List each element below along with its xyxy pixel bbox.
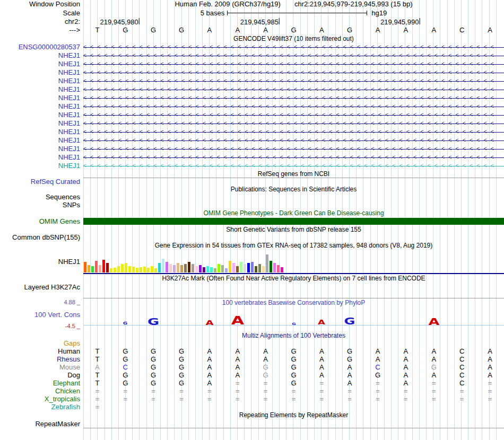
track-label-zebrafish[interactable]: Zebrafish — [0, 403, 83, 411]
gene-item[interactable]: <<<<<<<<<<<<<<<<<<<<<<<<<<<<<<<<<<<<<<<<… — [83, 162, 504, 170]
gene-label[interactable]: NHEJ1 — [0, 145, 83, 153]
gene-label[interactable]: NHEJ1 — [0, 128, 83, 136]
gtex-tissue-bar[interactable] — [255, 266, 257, 272]
gtex-tissue-bar[interactable] — [154, 268, 157, 272]
refseq-curated-track-area[interactable] — [83, 178, 504, 186]
gtex-tissue-bar[interactable] — [132, 267, 135, 272]
gene-item[interactable]: <<<<<<<<<<<<<<<<<<<<<<<<<<<<<<<<<<<<<<<<… — [83, 136, 504, 145]
track-label-refseq-curated[interactable]: RefSeq Curated — [0, 178, 83, 186]
gtex-tissue-bar[interactable] — [158, 263, 161, 272]
gtex-tissue-bar[interactable] — [240, 262, 242, 272]
gtex-tissue-bar[interactable] — [106, 263, 109, 272]
gene-item[interactable]: <<<<<<<<<<<<<<<<<<<<<<<<<<<<<<<<<<<<<<<<… — [83, 43, 504, 51]
gtex-tissue-bar[interactable] — [128, 266, 131, 272]
track-label-elephant[interactable]: Elephant — [0, 379, 83, 387]
gtex-tissue-bar[interactable] — [166, 262, 168, 272]
gtex-tissue-bar[interactable] — [110, 268, 112, 272]
gene-item[interactable]: <<<<<<<<<<<<<<<<<<<<<<<<<<<<<<<<<<<<<<<<… — [83, 77, 504, 85]
alignment-row[interactable]: = — [83, 403, 504, 411]
alignment-row[interactable]: TGGGAAAGAGAAACA — [83, 355, 504, 363]
dbsnp-track-area[interactable] — [83, 233, 504, 241]
gtex-tissue-bar[interactable] — [229, 261, 231, 272]
gene-label[interactable]: NHEJ1 — [0, 85, 83, 94]
gene-label[interactable]: NHEJ1 — [0, 136, 83, 145]
track-label-omim-genes[interactable]: OMIM Genes — [0, 217, 83, 226]
gtex-tissue-bar[interactable] — [232, 263, 235, 272]
gtex-tissue-bar[interactable] — [102, 260, 105, 272]
gene-item[interactable]: <<<<<<<<<<<<<<<<<<<<<<<<<<<<<<<<<<<<<<<<… — [83, 102, 504, 111]
omim-gene-bar[interactable] — [83, 218, 504, 225]
alignment-row[interactable]: =============== — [83, 387, 504, 395]
gtex-tissue-bar[interactable] — [177, 263, 179, 272]
gtex-tissue-bar[interactable] — [270, 261, 272, 272]
gtex-tissue-bar[interactable] — [277, 265, 280, 272]
gtex-tissue-bar[interactable] — [266, 254, 268, 272]
gene-item[interactable]: <<<<<<<<<<<<<<<<<<<<<<<<<<<<<<<<<<<<<<<<… — [83, 68, 504, 77]
track-label-gaps[interactable]: Gaps — [0, 340, 83, 347]
alignment-row[interactable]: ACGGAAGGAACAGCA — [83, 363, 504, 371]
track-label-rhesus[interactable]: Rhesus — [0, 355, 83, 363]
gtex-tissue-bar[interactable] — [136, 268, 138, 272]
gene-item[interactable]: <<<<<<<<<<<<<<<<<<<<<<<<<<<<<<<<<<<<<<<<… — [83, 119, 504, 128]
gtex-tissue-bar[interactable] — [173, 265, 176, 272]
gtex-tissue-bar[interactable] — [203, 267, 205, 272]
gtex-tissue-bar[interactable] — [91, 266, 94, 272]
h3k27ac-track-area[interactable] — [83, 283, 504, 298]
gtex-tissue-bar[interactable] — [218, 264, 220, 272]
gtex-tissue-bar[interactable] — [247, 263, 250, 272]
track-label-sequences[interactable]: Sequences — [0, 193, 83, 201]
gtex-tissue-bar[interactable] — [192, 264, 194, 272]
strand-arrow-label[interactable]: ---> — [0, 26, 83, 34]
gene-item[interactable]: <<<<<<<<<<<<<<<<<<<<<<<<<<<<<<<<<<<<<<<<… — [83, 128, 504, 136]
gtex-tissue-bar[interactable] — [199, 265, 202, 272]
track-label-dog[interactable]: Dog — [0, 371, 83, 379]
gtex-tissue-bar[interactable] — [206, 266, 209, 272]
gtex-tissue-bar[interactable] — [184, 264, 187, 272]
gtex-tissue-bar[interactable] — [169, 264, 172, 272]
gene-label[interactable]: NHEJ1 — [0, 119, 83, 128]
alignment-row[interactable]: TGGGAAGGAAGAACA — [83, 371, 504, 379]
alignment-row[interactable]: TGGGA==G=A=A=C= — [83, 379, 504, 387]
gtex-tissue-bar[interactable] — [95, 261, 98, 272]
gtex-tissue-bar[interactable] — [151, 266, 153, 272]
gtex-tissue-bar[interactable] — [210, 267, 213, 272]
gene-label[interactable]: NHEJ1 — [0, 94, 83, 102]
snps-track-area[interactable] — [83, 201, 504, 209]
track-label-mouse[interactable]: Mouse — [0, 363, 83, 371]
gene-label[interactable]: NHEJ1 — [0, 60, 83, 68]
track-label-snps[interactable]: SNPs — [0, 201, 83, 209]
gtex-tissue-bar[interactable] — [140, 267, 142, 272]
gtex-tissue-bar[interactable] — [162, 259, 164, 272]
gtex-tissue-bar[interactable] — [125, 263, 127, 272]
gtex-tissue-bar[interactable] — [188, 262, 190, 272]
track-label-x-tropicalis[interactable]: X_tropicalis — [0, 395, 83, 403]
track-label-human[interactable]: Human — [0, 347, 83, 355]
gtex-tissue-bar[interactable] — [262, 266, 265, 272]
gtex-tissue-bar[interactable] — [281, 267, 283, 272]
gene-label[interactable]: NHEJ1 — [0, 77, 83, 85]
gtex-tissue-bar[interactable] — [180, 265, 183, 272]
track-label-100-vert-cons[interactable]: 100 Vert. Cons — [0, 311, 80, 318]
gene-item[interactable]: <<<<<<<<<<<<<<<<<<<<<<<<<<<<<<<<<<<<<<<<… — [83, 111, 504, 119]
alignment-row[interactable]: TGGGAAAGAGAAACA — [83, 347, 504, 355]
gtex-tissue-bar[interactable] — [251, 262, 254, 272]
coordinate-ruler[interactable]: 219,945,980219,945,985219,945,990 — [83, 17, 504, 26]
track-label-chicken[interactable]: Chicken — [0, 387, 83, 395]
gtex-tissue-bar[interactable] — [273, 263, 276, 272]
gtex-tissue-bar[interactable] — [221, 265, 224, 272]
conservation-logo[interactable]: GGAAGAGA — [83, 306, 504, 330]
gene-item[interactable]: <<<<<<<<<<<<<<<<<<<<<<<<<<<<<<<<<<<<<<<<… — [83, 145, 504, 153]
gene-label[interactable]: NHEJ1 — [0, 51, 83, 60]
alignment-row[interactable]: =============== — [83, 395, 504, 403]
gene-label[interactable]: NHEJ1 — [0, 111, 83, 119]
track-label-gtex-nhej1[interactable]: NHEJ1 — [0, 250, 83, 274]
gene-item[interactable]: <<<<<<<<<<<<<<<<<<<<<<<<<<<<<<<<<<<<<<<<… — [83, 60, 504, 68]
gtex-tissue-bar[interactable] — [258, 264, 261, 272]
track-label-repeatmasker[interactable]: RepeatMasker — [0, 420, 83, 428]
gene-item[interactable]: <<<<<<<<<<<<<<<<<<<<<<<<<<<<<<<<<<<<<<<<… — [83, 94, 504, 102]
gene-label[interactable]: ENSG00000280537 — [0, 43, 83, 51]
gtex-tissue-bar[interactable] — [236, 266, 239, 272]
sequences-track-area[interactable] — [83, 193, 504, 201]
gene-item[interactable]: <<<<<<<<<<<<<<<<<<<<<<<<<<<<<<<<<<<<<<<<… — [83, 51, 504, 60]
gene-label[interactable]: NHEJ1 — [0, 68, 83, 77]
